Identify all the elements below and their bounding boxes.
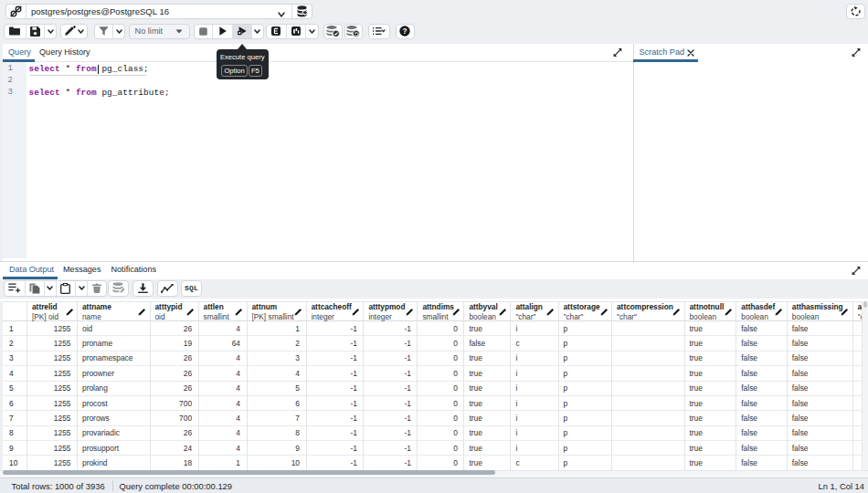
svg-text:?: ? [403, 27, 408, 36]
